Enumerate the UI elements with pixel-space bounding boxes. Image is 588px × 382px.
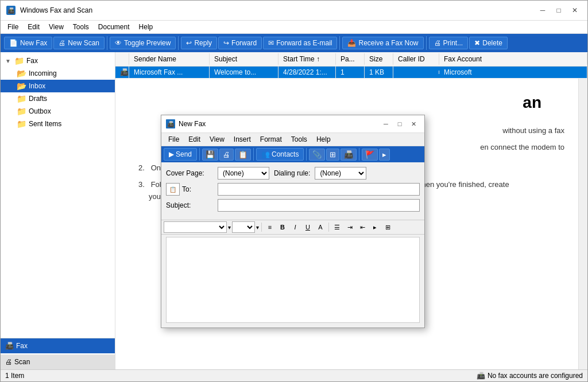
fmt-separator-1 <box>261 223 262 232</box>
modal-menu-edit[interactable]: Edit <box>184 134 205 145</box>
to-label: To: <box>182 185 191 193</box>
modal-toolbar-sep-2 <box>253 148 254 161</box>
to-address-button[interactable]: 📋 <box>166 183 180 196</box>
modal-layer: 📠 New Fax ─ □ ✕ File Edit View Insert Fo… <box>115 34 588 371</box>
sidebar-bottom: 📠 Fax 🖨 Scan <box>1 338 115 369</box>
underline-button[interactable]: U <box>302 221 314 233</box>
sidebar-outbox-label: Outbox <box>29 107 51 115</box>
modal-menu-insert[interactable]: Insert <box>229 134 256 145</box>
modal-menu-tools[interactable]: Tools <box>287 134 312 145</box>
list-button[interactable]: ☰ <box>331 221 343 233</box>
main-window: 📠 Windows Fax and Scan ─ □ ✕ File Edit V… <box>0 0 588 382</box>
send-button[interactable]: ▶ Send <box>164 148 197 161</box>
format-extra-button[interactable]: ⊞ <box>382 221 393 233</box>
menu-document[interactable]: Document <box>94 22 134 32</box>
modal-menu-format[interactable]: Format <box>256 134 287 145</box>
modal-title: New Fax <box>179 120 206 128</box>
menu-bar: File Edit View Tools Document Help <box>1 21 587 34</box>
new-fax-label: New Fax <box>20 39 47 47</box>
contacts-button[interactable]: 👥 Contacts <box>256 148 304 161</box>
indent-button[interactable]: ⇥ <box>344 221 355 233</box>
sidebar-incoming-label: Incoming <box>29 69 57 77</box>
modal-menu-bar: File Edit View Insert Format Tools Help <box>161 133 424 146</box>
menu-edit[interactable]: Edit <box>23 22 44 32</box>
menu-tools[interactable]: Tools <box>68 22 94 32</box>
modal-tb-fax-icon[interactable]: 📠 <box>341 149 357 161</box>
font-name-select[interactable] <box>164 221 227 233</box>
sidebar-section-scan[interactable]: 🖨 Scan <box>1 354 115 369</box>
new-scan-icon: 🖨 <box>59 39 65 47</box>
sidebar-item-outbox[interactable]: 📁 Outbox <box>1 105 115 118</box>
subject-input[interactable] <box>218 199 420 212</box>
modal-menu-help[interactable]: Help <box>312 134 335 145</box>
modal-menu-file[interactable]: File <box>164 134 184 145</box>
dialing-rule-select[interactable]: (None) <box>315 167 366 180</box>
section-fax-icon: 📠 <box>5 342 14 350</box>
to-input[interactable] <box>218 183 420 196</box>
subject-label: Subject: <box>166 201 218 209</box>
maximize-button[interactable]: □ <box>552 5 566 15</box>
font-size-select[interactable] <box>232 221 255 233</box>
fax-folder-icon: 📁 <box>14 56 24 65</box>
bold-button[interactable]: B <box>277 221 288 233</box>
cover-page-row: Cover Page: (None) Dialing rule: (None) <box>166 167 420 180</box>
modal-toolbar-sep-1 <box>199 148 200 161</box>
new-scan-button[interactable]: 🖨 New Scan <box>53 37 105 49</box>
contacts-icon: 👥 <box>261 150 270 158</box>
section-fax-label: Fax <box>16 342 28 350</box>
new-fax-icon: 📄 <box>9 39 18 47</box>
inbox-folder-icon: 📂 <box>17 81 26 91</box>
menu-view[interactable]: View <box>44 22 68 32</box>
modal-tb-print-icon[interactable]: 🖨 <box>219 149 234 161</box>
title-bar: 📠 Windows Fax and Scan ─ □ ✕ <box>1 1 587 21</box>
modal-toolbar-sep-3 <box>306 148 307 161</box>
close-button[interactable]: ✕ <box>568 5 582 15</box>
modal-maximize-button[interactable]: □ <box>393 119 406 129</box>
sidebar-item-inbox[interactable]: 📂 Inbox <box>1 80 115 92</box>
modal-tb-flag-icon[interactable]: 🚩 <box>362 149 378 161</box>
modal-tb-save-icon[interactable]: 💾 <box>202 149 218 161</box>
new-fax-button[interactable]: 📄 New Fax <box>4 37 52 49</box>
sidebar-item-fax[interactable]: ▼ 📁 Fax <box>1 54 115 67</box>
sidebar-fax-label: Fax <box>26 57 38 65</box>
menu-help[interactable]: Help <box>134 22 158 32</box>
subject-row: Subject: <box>166 199 420 212</box>
dialing-rule-label: Dialing rule: <box>274 169 310 177</box>
modal-tb-layout-icon[interactable]: ⊞ <box>326 149 339 161</box>
minimize-button[interactable]: ─ <box>536 5 550 15</box>
new-fax-dialog: 📠 New Fax ─ □ ✕ File Edit View Insert Fo… <box>161 115 425 328</box>
title-bar-controls: ─ □ ✕ <box>536 5 582 15</box>
section-scan-icon: 🖨 <box>5 358 12 366</box>
modal-menu-view[interactable]: View <box>205 134 229 145</box>
sidebar-item-sent[interactable]: 📁 Sent Items <box>1 118 115 130</box>
modal-tb-page-icon[interactable]: 📋 <box>235 149 251 161</box>
sidebar-item-incoming[interactable]: 📂 Incoming <box>1 67 115 80</box>
fmt-dropdown-arrow-1: ▾ <box>228 224 231 231</box>
new-scan-label: New Scan <box>68 39 99 47</box>
outbox-folder-icon: 📁 <box>17 107 26 116</box>
window-icon: 📠 <box>6 6 16 15</box>
font-color-button[interactable]: A <box>315 221 326 233</box>
italic-button[interactable]: I <box>289 221 301 233</box>
window-title: Windows Fax and Scan <box>20 6 92 14</box>
modal-minimize-button[interactable]: ─ <box>380 119 392 129</box>
expand-icon: ▼ <box>5 58 11 64</box>
modal-close-button[interactable]: ✕ <box>407 119 420 129</box>
status-bar: 1 Item 📠 No fax accounts are configured <box>1 369 587 381</box>
align-icon[interactable]: ≡ <box>264 221 276 233</box>
to-row: 📋 To: <box>166 183 420 196</box>
format-more-button[interactable]: ▸ <box>369 221 381 233</box>
modal-body-area[interactable] <box>166 237 420 323</box>
fax-status-icon: 📠 <box>477 372 485 380</box>
outdent-button[interactable]: ⇤ <box>357 221 368 233</box>
sidebar-item-drafts[interactable]: 📁 Drafts <box>1 92 115 105</box>
menu-file[interactable]: File <box>3 22 23 32</box>
sent-folder-icon: 📁 <box>17 119 26 128</box>
modal-tb-more-icon[interactable]: ▸ <box>379 149 390 161</box>
modal-window-icon: 📠 <box>166 119 175 128</box>
cover-page-select[interactable]: (None) <box>218 167 269 180</box>
modal-title-left: 📠 New Fax <box>166 119 206 128</box>
modal-tb-attach-icon[interactable]: 📎 <box>309 149 325 161</box>
item-count: 1 Item <box>5 372 24 380</box>
sidebar-section-fax[interactable]: 📠 Fax <box>1 338 115 353</box>
